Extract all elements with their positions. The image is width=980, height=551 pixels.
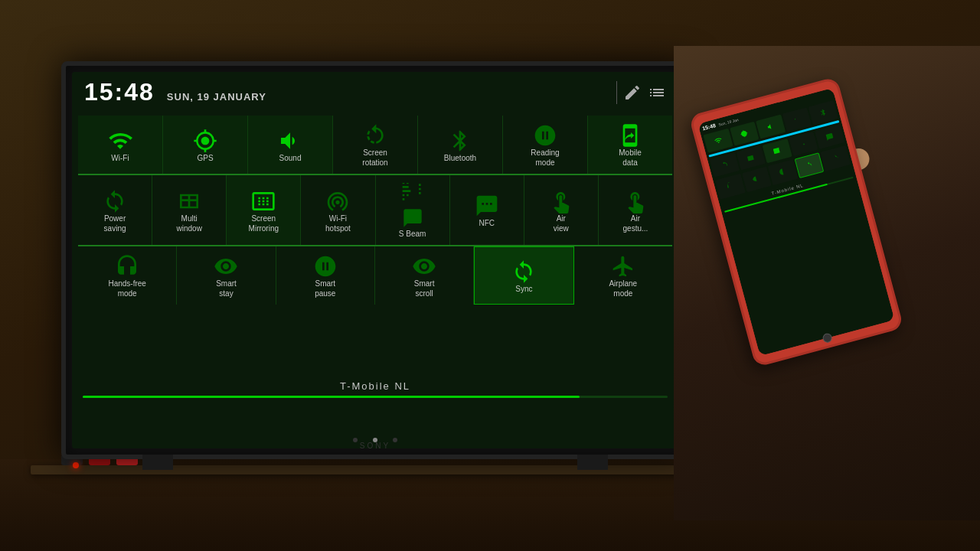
mirroring-icon [251, 189, 276, 214]
wifi-toggle[interactable]: Wi-Fi [78, 116, 163, 174]
status-bar: 15:48 SUN, 19 JANUARY [72, 72, 678, 112]
tv-frame: 15:48 SUN, 19 JANUARY [61, 61, 689, 459]
carrier-name: T-Mobile NL [340, 380, 410, 392]
multi-window-label: Multiwindow [177, 214, 202, 233]
tv-leg-left [142, 455, 173, 470]
air-view-toggle[interactable]: Airview [524, 175, 599, 245]
air-gesture-toggle[interactable]: Airgestu... [599, 175, 672, 245]
screen-rotation-toggle[interactable]: Screenrotation [333, 116, 418, 174]
air-gesture-label: Airgestu... [623, 214, 648, 233]
wifi-icon [108, 129, 132, 153]
quick-settings-panel: Wi-Fi GPS Sound [72, 112, 678, 308]
list-icon [648, 83, 666, 102]
beam-icon [400, 183, 425, 207]
progress-fill [83, 396, 580, 398]
smart-pause-label: Smartpause [315, 279, 335, 298]
carrier-bar: T-Mobile NL [78, 374, 672, 403]
power-saving-label: Powersaving [104, 214, 126, 233]
sync-icon [511, 259, 536, 284]
date-display: SUN, 19 JANUARY [167, 91, 266, 103]
shelf [31, 465, 758, 474]
wifi-label: Wi-Fi [111, 153, 129, 163]
airgesture-icon [623, 189, 648, 214]
settings-row-3: Hands-freemode Smartstay Smartpause [78, 246, 672, 305]
smart-stay-toggle[interactable]: Smartstay [177, 246, 276, 305]
nfc-toggle[interactable]: NFC [450, 175, 524, 245]
reading-mode-label: Readingmode [531, 148, 559, 168]
wifi-hotspot-toggle[interactable]: Wi-Fihotspot [301, 175, 375, 245]
smart-scroll-toggle[interactable]: Smartscroll [375, 246, 474, 305]
wifi-hotspot-label: Wi-Fihotspot [325, 214, 351, 233]
led-indicator [73, 462, 79, 468]
sync-toggle[interactable]: Sync [474, 246, 573, 305]
nav-dot-1 [353, 438, 358, 442]
settings-row-2: Powersaving Multiwindow ScreenMirroring [78, 175, 672, 246]
tv-brand: SONY [360, 442, 390, 450]
nfc-label: NFC [479, 218, 495, 228]
mobile-data-icon [618, 123, 642, 148]
reading-icon [533, 123, 557, 148]
screen-rotation-label: Screenrotation [362, 148, 387, 168]
settings-row-1: Wi-Fi GPS Sound [78, 116, 672, 175]
s-beam-toggle[interactable]: S Beam [376, 175, 450, 245]
mobile-data-label: Mobiledata [619, 148, 641, 168]
smartscroll-icon [412, 254, 436, 279]
progress-bar [83, 396, 668, 398]
clock: 15:48 [84, 78, 155, 106]
recycle-icon [103, 189, 127, 214]
nfc-icon [475, 194, 499, 218]
smartpause-icon [313, 254, 338, 279]
nav-dot-3 [393, 438, 397, 442]
hands-free-label: Hands-freemode [108, 279, 145, 298]
s-beam-label: S Beam [399, 229, 426, 239]
hands-free-toggle[interactable]: Hands-freemode [78, 246, 177, 305]
beam-nfc-icon [402, 207, 423, 229]
smart-scroll-label: Smartscroll [414, 279, 435, 298]
airplane-mode-toggle[interactable]: Airplanemode [574, 246, 672, 305]
tv-screen: 15:48 SUN, 19 JANUARY [72, 72, 678, 448]
sound-label: Sound [279, 153, 302, 163]
multiwindow-icon [177, 189, 201, 214]
bluetooth-icon [448, 129, 472, 153]
mobile-data-toggle[interactable]: Mobiledata [588, 116, 672, 174]
tv-leg-right [577, 455, 608, 470]
edit-icon [623, 83, 642, 102]
bluetooth-label: Bluetooth [444, 153, 476, 163]
multi-window-toggle[interactable]: Multiwindow [152, 175, 227, 245]
handsfree-icon [115, 254, 139, 279]
status-right [616, 81, 666, 104]
screen-mirroring-label: ScreenMirroring [249, 214, 279, 233]
airplane-icon [611, 254, 635, 279]
smart-pause-toggle[interactable]: Smartpause [276, 246, 375, 305]
smart-stay-label: Smartstay [216, 279, 237, 298]
status-divider [616, 81, 617, 104]
gps-toggle[interactable]: GPS [163, 116, 248, 174]
bluetooth-toggle[interactable]: Bluetooth [418, 116, 503, 174]
sound-toggle[interactable]: Sound [248, 116, 333, 174]
hotspot-icon [325, 189, 350, 214]
reading-mode-toggle[interactable]: Readingmode [503, 116, 588, 174]
sync-label: Sync [515, 284, 532, 294]
gps-icon [193, 129, 217, 153]
rotation-icon [363, 123, 387, 148]
gps-label: GPS [197, 153, 213, 163]
hand-area: 15:48 Sun, 19 Jan [674, 46, 980, 520]
airplane-mode-label: Airplanemode [609, 279, 637, 298]
power-saving-toggle[interactable]: Powersaving [78, 175, 152, 245]
screen-mirroring-toggle[interactable]: ScreenMirroring [227, 175, 301, 245]
air-view-label: Airview [554, 214, 569, 233]
status-left: 15:48 SUN, 19 JANUARY [84, 78, 266, 106]
airview-icon [549, 189, 573, 214]
smartstay-icon [214, 254, 238, 279]
sound-icon [278, 129, 302, 153]
